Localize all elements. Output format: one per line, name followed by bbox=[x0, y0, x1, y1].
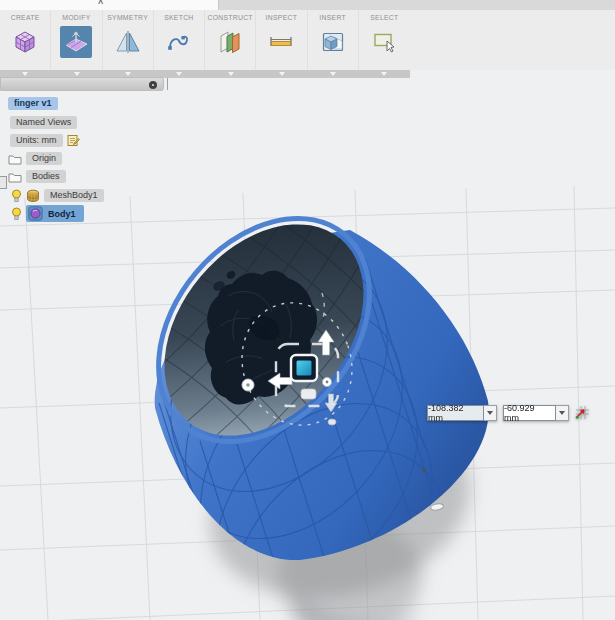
browser-item-meshbody1[interactable]: MeshBody1 bbox=[11, 188, 104, 203]
browser-item-named-views[interactable]: Named Views bbox=[10, 115, 77, 130]
panel-label: CREATE bbox=[0, 14, 50, 21]
measure-icon[interactable] bbox=[265, 26, 297, 58]
change-units-icon[interactable] bbox=[67, 134, 80, 147]
browser-item-origin[interactable]: Origin bbox=[8, 151, 62, 166]
fusion-window: ^ CREATE MODIFY bbox=[0, 0, 615, 620]
visibility-bulb-icon[interactable] bbox=[11, 207, 22, 221]
panel-label: MODIFY bbox=[51, 14, 101, 21]
selected-body-row[interactable]: Body1 bbox=[26, 205, 84, 222]
toolbar-panel-insert: INSERT bbox=[308, 10, 359, 70]
folder-icon bbox=[8, 153, 22, 165]
chevron-down-icon[interactable] bbox=[279, 72, 285, 76]
browser-grip[interactable] bbox=[167, 78, 168, 90]
toolbar-panel-inspect: INSPECT bbox=[256, 10, 307, 70]
mirror-icon[interactable] bbox=[112, 26, 144, 58]
quick-access-area: ^ bbox=[0, 0, 219, 10]
toolbar-panel-symmetry: SYMMETRY bbox=[103, 10, 154, 70]
toolbar-panel-select: SELECT bbox=[359, 10, 410, 70]
document-icon bbox=[0, 176, 7, 189]
toolbar-panel-modify: MODIFY bbox=[51, 10, 102, 70]
body-label[interactable]: Body1 bbox=[48, 209, 76, 219]
x-distance-input[interactable]: -108.382 mm bbox=[427, 405, 484, 421]
rotate-point-handle-small[interactable] bbox=[328, 419, 336, 425]
panel-label: SYMMETRY bbox=[103, 14, 153, 21]
y-distance-dropdown[interactable] bbox=[556, 405, 569, 421]
move-distance-inputs: -108.382 mm -60.929 mm bbox=[427, 404, 591, 421]
visibility-bulb-icon[interactable] bbox=[11, 189, 22, 203]
panel-label: CONSTRUCT bbox=[205, 14, 255, 21]
y-distance-input[interactable]: -60.929 mm bbox=[503, 405, 556, 421]
chevron-down-icon[interactable] bbox=[330, 72, 336, 76]
select-cursor-icon[interactable] bbox=[368, 26, 400, 58]
browser-item-units[interactable]: Units: mm bbox=[10, 133, 84, 148]
chevron-down-icon[interactable] bbox=[176, 72, 182, 76]
browser-item-document[interactable]: finger v1 bbox=[8, 96, 58, 111]
x-distance-dropdown[interactable] bbox=[484, 405, 497, 421]
panel-label: INSERT bbox=[308, 14, 358, 21]
chevron-down-icon[interactable] bbox=[228, 72, 234, 76]
toolbar: CREATE MODIFY bbox=[0, 10, 615, 70]
browser-item-bodies[interactable]: Bodies bbox=[8, 169, 66, 184]
edit-form-icon[interactable] bbox=[60, 26, 92, 58]
document-title[interactable]: finger v1 bbox=[8, 97, 58, 110]
chevron-down-icon[interactable] bbox=[381, 72, 387, 76]
toolbar-panel-sketch: SKETCH bbox=[154, 10, 205, 70]
browser-item-body1[interactable]: Body1 bbox=[11, 206, 84, 221]
insert-image-icon[interactable] bbox=[317, 26, 349, 58]
mesh-body-icon bbox=[26, 189, 40, 203]
planes-icon[interactable] bbox=[214, 26, 246, 58]
chevron-down-icon[interactable] bbox=[74, 72, 80, 76]
folder-icon bbox=[8, 171, 22, 183]
panel-label: SELECT bbox=[359, 14, 410, 21]
collapse-toolbar-icon[interactable]: ^ bbox=[98, 0, 103, 8]
toolbar-panel-construct: CONSTRUCT bbox=[205, 10, 256, 70]
panel-label: INSPECT bbox=[256, 14, 306, 21]
browser-header-bar[interactable] bbox=[0, 77, 164, 91]
chevron-down-icon[interactable] bbox=[125, 72, 131, 76]
viewport-3d[interactable] bbox=[0, 78, 615, 620]
point-position-icon[interactable] bbox=[574, 404, 591, 421]
spline-icon[interactable] bbox=[163, 26, 195, 58]
display-settings-icon[interactable] bbox=[149, 81, 157, 89]
chevron-down-icon[interactable] bbox=[22, 72, 28, 76]
toolbar-panel-create: CREATE bbox=[0, 10, 51, 70]
plane-handle[interactable] bbox=[301, 389, 316, 399]
component-body-icon bbox=[28, 206, 43, 221]
panel-label: SKETCH bbox=[154, 14, 204, 21]
primitive-box-icon[interactable] bbox=[9, 26, 41, 58]
edge-point bbox=[422, 468, 426, 472]
